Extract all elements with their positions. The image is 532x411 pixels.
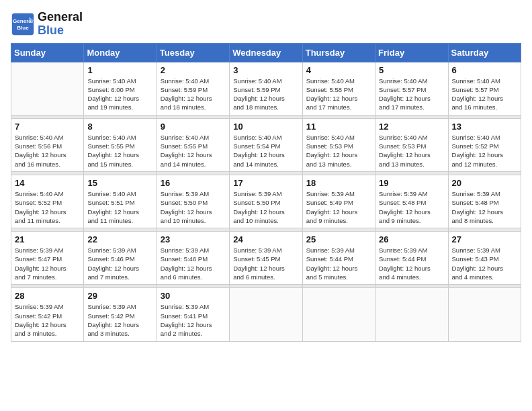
day-cell <box>230 288 302 341</box>
day-info: Sunrise: 5:39 AM Sunset: 5:44 PM Dayligh… <box>379 246 444 281</box>
day-number: 7 <box>15 122 80 132</box>
day-info: Sunrise: 5:39 AM Sunset: 5:46 PM Dayligh… <box>161 246 226 281</box>
day-info: Sunrise: 5:40 AM Sunset: 5:54 PM Dayligh… <box>233 133 298 169</box>
day-info: Sunrise: 5:40 AM Sunset: 5:58 PM Dayligh… <box>306 77 371 112</box>
day-number: 1 <box>87 65 152 75</box>
day-info: Sunrise: 5:40 AM Sunset: 5:57 PM Dayligh… <box>379 77 444 112</box>
day-info: Sunrise: 5:39 AM Sunset: 5:50 PM Dayligh… <box>161 189 226 225</box>
weekday-header-saturday: Saturday <box>448 43 521 62</box>
day-cell: 25Sunrise: 5:39 AM Sunset: 5:44 PM Dayli… <box>302 232 375 285</box>
day-cell: 7Sunrise: 5:40 AM Sunset: 5:56 PM Daylig… <box>11 118 84 171</box>
day-info: Sunrise: 5:40 AM Sunset: 5:59 PM Dayligh… <box>161 77 226 112</box>
day-info: Sunrise: 5:40 AM Sunset: 5:57 PM Dayligh… <box>452 77 517 112</box>
day-number: 20 <box>452 178 517 188</box>
day-info: Sunrise: 5:39 AM Sunset: 5:42 PM Dayligh… <box>15 302 80 338</box>
day-cell: 20Sunrise: 5:39 AM Sunset: 5:48 PM Dayli… <box>448 175 521 228</box>
day-info: Sunrise: 5:40 AM Sunset: 5:55 PM Dayligh… <box>87 133 152 169</box>
day-info: Sunrise: 5:40 AM Sunset: 6:00 PM Dayligh… <box>87 77 152 112</box>
day-cell: 1Sunrise: 5:40 AM Sunset: 6:00 PM Daylig… <box>84 62 157 115</box>
day-number: 25 <box>306 234 371 244</box>
day-number: 18 <box>306 178 371 188</box>
day-info: Sunrise: 5:40 AM Sunset: 5:55 PM Dayligh… <box>161 133 226 169</box>
day-info: Sunrise: 5:39 AM Sunset: 5:45 PM Dayligh… <box>233 246 298 281</box>
day-cell: 16Sunrise: 5:39 AM Sunset: 5:50 PM Dayli… <box>157 175 229 228</box>
calendar-table: SundayMondayTuesdayWednesdayThursdayFrid… <box>11 43 521 342</box>
day-cell <box>375 288 448 341</box>
day-cell <box>11 62 84 115</box>
day-info: Sunrise: 5:39 AM Sunset: 5:42 PM Dayligh… <box>87 302 152 338</box>
day-cell: 22Sunrise: 5:39 AM Sunset: 5:46 PM Dayli… <box>84 232 157 285</box>
weekday-header-friday: Friday <box>375 43 448 62</box>
day-cell <box>448 288 521 341</box>
day-info: Sunrise: 5:39 AM Sunset: 5:41 PM Dayligh… <box>161 302 226 338</box>
day-number: 11 <box>306 122 371 132</box>
day-cell: 28Sunrise: 5:39 AM Sunset: 5:42 PM Dayli… <box>11 288 84 341</box>
day-cell: 4Sunrise: 5:40 AM Sunset: 5:58 PM Daylig… <box>302 62 375 115</box>
day-info: Sunrise: 5:39 AM Sunset: 5:44 PM Dayligh… <box>306 246 371 281</box>
day-number: 10 <box>233 122 298 132</box>
day-cell: 11Sunrise: 5:40 AM Sunset: 5:53 PM Dayli… <box>302 118 375 171</box>
weekday-header-sunday: Sunday <box>11 43 84 62</box>
day-cell: 2Sunrise: 5:40 AM Sunset: 5:59 PM Daylig… <box>157 62 229 115</box>
day-number: 15 <box>87 178 152 188</box>
day-cell <box>302 288 375 341</box>
day-info: Sunrise: 5:40 AM Sunset: 5:51 PM Dayligh… <box>87 189 152 225</box>
day-cell: 24Sunrise: 5:39 AM Sunset: 5:45 PM Dayli… <box>230 232 302 285</box>
day-info: Sunrise: 5:39 AM Sunset: 5:47 PM Dayligh… <box>15 246 80 281</box>
weekday-header-tuesday: Tuesday <box>157 43 229 62</box>
day-info: Sunrise: 5:40 AM Sunset: 5:56 PM Dayligh… <box>15 133 80 169</box>
week-row-2: 7Sunrise: 5:40 AM Sunset: 5:56 PM Daylig… <box>11 118 521 171</box>
day-number: 2 <box>161 65 226 75</box>
weekday-header-row: SundayMondayTuesdayWednesdayThursdayFrid… <box>11 43 521 62</box>
weekday-header-monday: Monday <box>84 43 157 62</box>
day-cell: 27Sunrise: 5:39 AM Sunset: 5:43 PM Dayli… <box>448 232 521 285</box>
day-cell: 17Sunrise: 5:39 AM Sunset: 5:50 PM Dayli… <box>230 175 302 228</box>
day-cell: 5Sunrise: 5:40 AM Sunset: 5:57 PM Daylig… <box>375 62 448 115</box>
day-number: 12 <box>379 122 444 132</box>
day-number: 29 <box>87 291 152 301</box>
day-info: Sunrise: 5:39 AM Sunset: 5:46 PM Dayligh… <box>87 246 152 281</box>
week-row-3: 14Sunrise: 5:40 AM Sunset: 5:52 PM Dayli… <box>11 175 521 228</box>
day-number: 28 <box>15 291 80 301</box>
weekday-header-wednesday: Wednesday <box>230 43 302 62</box>
week-row-5: 28Sunrise: 5:39 AM Sunset: 5:42 PM Dayli… <box>11 288 521 341</box>
day-number: 14 <box>15 178 80 188</box>
day-number: 17 <box>233 178 298 188</box>
day-cell: 19Sunrise: 5:39 AM Sunset: 5:48 PM Dayli… <box>375 175 448 228</box>
weekday-header-thursday: Thursday <box>302 43 375 62</box>
day-number: 16 <box>161 178 226 188</box>
svg-text:Blue: Blue <box>17 25 29 31</box>
day-info: Sunrise: 5:39 AM Sunset: 5:48 PM Dayligh… <box>379 189 444 225</box>
day-number: 19 <box>379 178 444 188</box>
day-number: 4 <box>306 65 371 75</box>
page-header: General Blue General Blue <box>11 11 521 38</box>
week-row-1: 1Sunrise: 5:40 AM Sunset: 6:00 PM Daylig… <box>11 62 521 115</box>
day-info: Sunrise: 5:40 AM Sunset: 5:52 PM Dayligh… <box>15 189 80 225</box>
day-cell: 13Sunrise: 5:40 AM Sunset: 5:52 PM Dayli… <box>448 118 521 171</box>
day-info: Sunrise: 5:40 AM Sunset: 5:52 PM Dayligh… <box>452 133 517 169</box>
week-row-4: 21Sunrise: 5:39 AM Sunset: 5:47 PM Dayli… <box>11 232 521 285</box>
day-number: 24 <box>233 234 298 244</box>
day-cell: 23Sunrise: 5:39 AM Sunset: 5:46 PM Dayli… <box>157 232 229 285</box>
day-cell: 9Sunrise: 5:40 AM Sunset: 5:55 PM Daylig… <box>157 118 229 171</box>
day-cell: 26Sunrise: 5:39 AM Sunset: 5:44 PM Dayli… <box>375 232 448 285</box>
day-number: 5 <box>379 65 444 75</box>
day-number: 23 <box>161 234 226 244</box>
day-number: 30 <box>161 291 226 301</box>
day-cell: 10Sunrise: 5:40 AM Sunset: 5:54 PM Dayli… <box>230 118 302 171</box>
day-info: Sunrise: 5:40 AM Sunset: 5:53 PM Dayligh… <box>306 133 371 169</box>
day-info: Sunrise: 5:39 AM Sunset: 5:50 PM Dayligh… <box>233 189 298 225</box>
day-number: 6 <box>452 65 517 75</box>
day-cell: 18Sunrise: 5:39 AM Sunset: 5:49 PM Dayli… <box>302 175 375 228</box>
logo-icon: General Blue <box>11 12 35 36</box>
day-info: Sunrise: 5:39 AM Sunset: 5:48 PM Dayligh… <box>452 189 517 225</box>
day-number: 9 <box>161 122 226 132</box>
day-info: Sunrise: 5:39 AM Sunset: 5:49 PM Dayligh… <box>306 189 371 225</box>
day-number: 22 <box>87 234 152 244</box>
day-number: 21 <box>15 234 80 244</box>
day-info: Sunrise: 5:40 AM Sunset: 5:53 PM Dayligh… <box>379 133 444 169</box>
day-cell: 3Sunrise: 5:40 AM Sunset: 5:59 PM Daylig… <box>230 62 302 115</box>
logo-text: General Blue <box>38 11 83 38</box>
day-cell: 21Sunrise: 5:39 AM Sunset: 5:47 PM Dayli… <box>11 232 84 285</box>
day-cell: 6Sunrise: 5:40 AM Sunset: 5:57 PM Daylig… <box>448 62 521 115</box>
